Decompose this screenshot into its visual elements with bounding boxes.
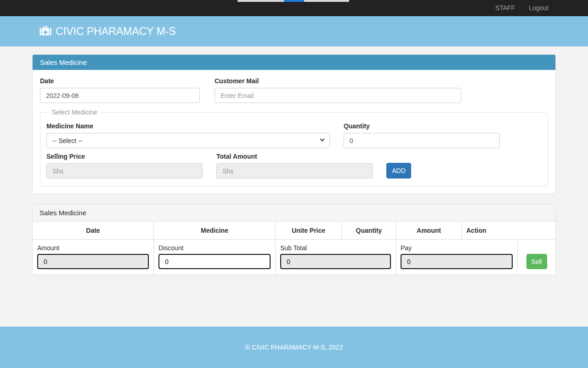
app-banner: CIVIC PHARAMACY M-S	[0, 16, 588, 46]
total-amount-field	[216, 163, 373, 178]
email-field[interactable]	[215, 88, 461, 103]
discount-field[interactable]	[158, 254, 271, 269]
quantity-field[interactable]	[344, 133, 500, 148]
date-label: Date	[40, 77, 200, 85]
customer-mail-label: Customer Mail	[215, 77, 461, 85]
sales-form-heading: Sales Medicine	[33, 55, 555, 70]
subtotal-field	[280, 254, 391, 269]
amount-total-label: Amount	[37, 244, 149, 252]
top-progress-strip-thumb	[284, 0, 304, 2]
app-title: CIVIC PHARAMACY M-S	[56, 25, 176, 38]
pay-field	[401, 254, 513, 269]
column-header-unite-price: Unite Price	[276, 222, 342, 239]
column-header-quantity: Quantity	[342, 222, 396, 239]
quantity-label: Quantity	[344, 122, 500, 130]
top-progress-strip	[237, 0, 349, 2]
medicine-select[interactable]: -- Select --	[46, 133, 330, 148]
add-button[interactable]: ADD	[386, 163, 411, 178]
medicine-name-label: Medicine Name	[46, 122, 330, 130]
page-footer: © CIVIC PHARAMACY M-S, 2022	[0, 327, 588, 368]
staff-menu-link[interactable]: STAFF	[495, 4, 515, 12]
top-navbar: STAFF Logout	[0, 0, 588, 16]
pay-label: Pay	[401, 244, 513, 252]
column-header-action: Action	[462, 222, 555, 239]
table-totals-row: Amount Discount Sub Total Pay Sell	[33, 240, 555, 275]
column-header-medicine: Medicine	[154, 222, 276, 239]
subtotal-label: Sub Total	[280, 244, 391, 252]
amount-total-field	[37, 254, 149, 269]
logout-link[interactable]: Logout	[529, 4, 548, 12]
copyright-text: © CIVIC PHARAMACY M-S, 2022	[245, 344, 343, 351]
column-header-date: Date	[33, 222, 154, 239]
table-header-row: Date Medicine Unite Price Quantity Amoun…	[33, 222, 555, 240]
select-medicine-fieldset: Select Medicine Medicine Name -- Select …	[40, 109, 548, 186]
select-medicine-legend: Select Medicine	[49, 109, 100, 116]
column-header-amount: Amount	[396, 222, 462, 239]
selling-price-field	[46, 163, 203, 178]
sales-table-panel: Sales Medicine Date Medicine Unite Price…	[32, 204, 556, 275]
app-brand[interactable]: CIVIC PHARAMACY M-S	[40, 25, 176, 38]
total-amount-label: Total Amount	[216, 153, 373, 160]
date-field[interactable]	[40, 88, 200, 103]
sell-button[interactable]: Sell	[526, 254, 547, 269]
sales-table-heading: Sales Medicine	[33, 204, 555, 222]
sales-form-panel: Sales Medicine Date Customer Mail Select…	[32, 54, 556, 194]
medkit-icon	[40, 26, 51, 37]
selling-price-label: Selling Price	[46, 153, 203, 160]
discount-label: Discount	[158, 244, 271, 252]
